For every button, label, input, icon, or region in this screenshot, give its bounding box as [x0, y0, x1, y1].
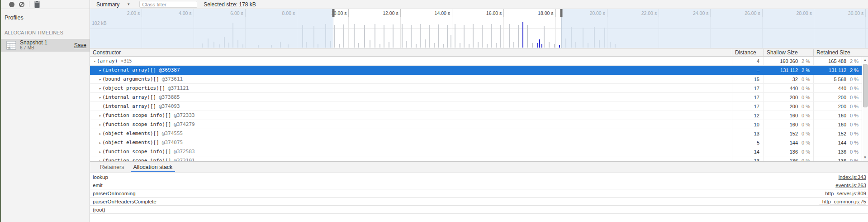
object-id: @372583: [174, 149, 194, 154]
heap-object-row[interactable]: ▸(function scope info)[]@373101131360 %1…: [90, 156, 862, 161]
size-value: 200: [764, 104, 798, 109]
size-value: 160: [814, 122, 846, 127]
object-id: @374075: [162, 140, 183, 145]
object-id: @373101: [174, 158, 194, 161]
allocation-bar: [460, 43, 460, 48]
constructor-name: (function scope info)[]: [102, 112, 171, 118]
heap-object-row[interactable]: ▸(object elements)[]@374555131520 %1520 …: [90, 129, 862, 138]
ruler-tick-label: 18.00 s: [538, 10, 553, 16]
object-id: @374279: [174, 121, 194, 127]
column-header-retained-size[interactable]: Retained Size: [813, 49, 862, 56]
expand-arrow-icon[interactable]: ▸: [98, 113, 102, 118]
allocation-bar-selected: [539, 39, 540, 48]
perspective-select[interactable]: Summary ▼: [94, 0, 133, 9]
allocation-bar: [487, 44, 488, 48]
constructor-cell: ▸(internal array)[]@369387: [90, 66, 732, 74]
snapshot-icon: %: [6, 41, 16, 50]
column-header-constructor[interactable]: Constructor: [90, 49, 732, 56]
tab-allocation-stack[interactable]: Allocation stack: [129, 162, 177, 173]
allocation-bar: [473, 24, 474, 48]
allocation-bar: [544, 26, 545, 48]
retained-size-cell: 4400 %: [813, 84, 862, 92]
vertical-scrollbar[interactable]: ▲ ▼: [862, 57, 868, 161]
heap-object-row[interactable]: ▸(function scope info)[]@372583141360 %1…: [90, 147, 862, 156]
ruler-tick-line: [348, 9, 349, 48]
allocation-timelines-section-title: ALLOCATION TIMELINES: [0, 21, 90, 35]
sidebar-item-snapshot-1[interactable]: % Snapshot 1 6.7 MB Save: [0, 39, 90, 52]
scrollbar-thumb[interactable]: [863, 64, 868, 107]
allocation-bar: [438, 24, 439, 48]
heap-object-row[interactable]: ▸(function scope info)[]@372333121600 %1…: [90, 111, 862, 120]
expand-arrow-icon[interactable]: ▸: [98, 131, 102, 136]
save-link[interactable]: Save: [74, 42, 86, 48]
toolbar: Summary ▼ Selected size: 178 kB: [0, 0, 868, 9]
expand-arrow-icon[interactable]: ▸: [98, 150, 102, 154]
size-value: 136: [764, 158, 798, 162]
heap-object-row[interactable]: ▸(internal array)[]@369387–131 1122 %131…: [90, 66, 862, 75]
ruler-tick-line: [452, 9, 452, 48]
expand-arrow-icon[interactable]: ▸: [98, 95, 102, 100]
size-percent: 0 %: [798, 140, 813, 145]
size-percent: 0 %: [846, 140, 862, 145]
heap-object-row[interactable]: ▸(object properties)[]@371121174400 %440…: [90, 84, 862, 93]
allocation-bar: [464, 25, 465, 48]
expand-arrow-icon[interactable]: ▸: [98, 159, 102, 162]
source-link[interactable]: index.js:343: [839, 174, 868, 180]
column-header-distance[interactable]: Distance: [732, 49, 764, 56]
size-value: 160 360: [764, 58, 798, 64]
distance-cell: 13: [732, 156, 764, 161]
selection-handle-left[interactable]: [332, 9, 335, 17]
stack-frame-row[interactable]: parserOnHeadersComplete_http_common.js:7…: [90, 198, 868, 206]
heap-object-row[interactable]: ▸(object elements)[]@37407551440 %1440 %: [90, 138, 862, 147]
selection-handle-right[interactable]: [560, 9, 563, 17]
stack-frame-row[interactable]: emitevents.js:263: [90, 181, 868, 189]
record-button[interactable]: [9, 2, 14, 7]
size-percent: 0 %: [846, 113, 862, 118]
class-filter-input[interactable]: [139, 1, 197, 8]
stack-frame-function: parserOnHeadersComplete: [90, 199, 819, 204]
expand-arrow-icon[interactable]: ▸: [98, 68, 102, 72]
collapse-arrow-icon[interactable]: ▾: [93, 59, 97, 63]
retained-size-cell: 1360 %: [813, 156, 862, 161]
allocation-bar: [500, 25, 501, 48]
heap-object-row[interactable]: ▸(function scope info)[]@374279101600 %1…: [90, 120, 862, 129]
column-header-shallow-size[interactable]: Shallow Size: [764, 49, 813, 56]
size-value: 136: [814, 158, 846, 162]
size-percent: 0 %: [846, 158, 862, 162]
retained-size-cell: 131 1122 %: [813, 66, 862, 74]
size-percent: 0 %: [846, 86, 862, 91]
expand-arrow-icon[interactable]: ▸: [98, 140, 102, 145]
constructor-name: (object properties)[]: [102, 85, 165, 91]
size-value: 131 112: [764, 68, 798, 73]
source-link[interactable]: _http_common.js:75: [819, 199, 868, 204]
scroll-up-icon[interactable]: ▲: [862, 58, 868, 63]
ruler-tick-label: 14.00 s: [435, 10, 450, 16]
size-value: 152: [764, 131, 798, 136]
heap-object-row[interactable]: ▸(bound arguments)[]@37361115320 %5 5680…: [90, 75, 862, 84]
expand-arrow-icon[interactable]: ▸: [98, 122, 102, 127]
scroll-down-icon[interactable]: ▼: [862, 155, 868, 160]
heap-object-row[interactable]: ▾(array)×3154160 3602 %165 4882 %: [90, 57, 862, 66]
stack-frame-row[interactable]: parserOnIncoming_http_server.js:809: [90, 189, 868, 198]
allocation-bar: [334, 25, 335, 48]
heap-object-row[interactable]: (internal array)[]@374093172000 %2000 %: [90, 102, 862, 111]
retained-size-cell: 1600 %: [813, 120, 862, 129]
size-percent: 0 %: [798, 113, 813, 118]
allocation-bar: [491, 24, 492, 48]
retained-size-cell: 2000 %: [813, 93, 862, 101]
allocation-timeline-overview[interactable]: 102 kB 2.00 s4.00 s6.00 s8.00 s10.00 s12…: [90, 9, 868, 48]
expand-arrow-icon[interactable]: ▸: [98, 77, 102, 82]
tab-retainers[interactable]: Retainers: [95, 162, 129, 173]
constructor-name: (function scope info)[]: [102, 158, 171, 161]
expand-arrow-icon[interactable]: ▸: [98, 86, 102, 91]
stack-frame-row[interactable]: (root): [90, 206, 868, 214]
heap-object-row[interactable]: ▸(internal array)[]@373885172000 %2000 %: [90, 93, 862, 102]
clear-profiles-button[interactable]: [19, 2, 24, 7]
source-link[interactable]: _http_server.js:809: [822, 191, 868, 196]
source-link[interactable]: events.js:263: [835, 183, 868, 188]
stack-frame-row[interactable]: lookupindex.js:343: [90, 173, 868, 181]
delete-profile-button[interactable]: [34, 1, 40, 8]
retained-size-cell: 2000 %: [813, 102, 862, 111]
trash-icon: [34, 1, 40, 8]
allocation-bar: [420, 24, 421, 48]
